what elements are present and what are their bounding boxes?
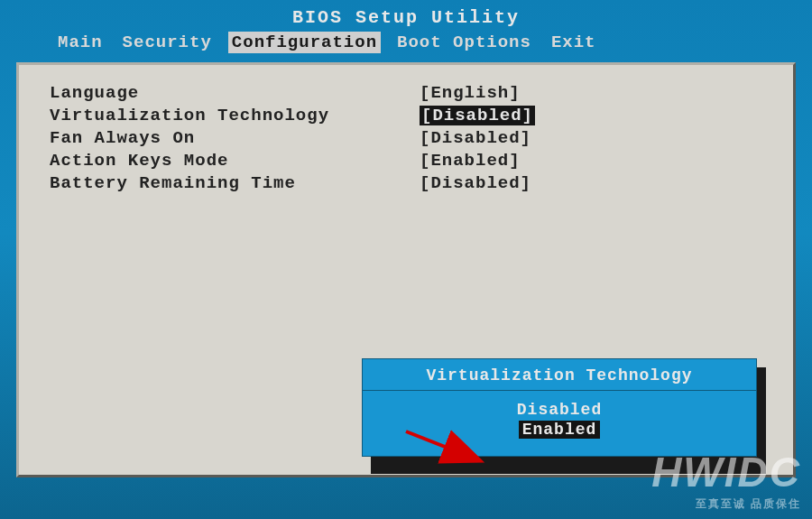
setting-row[interactable]: Fan Always On[Disabled] [50,126,762,149]
menu-tab-exit[interactable]: Exit [548,32,600,53]
watermark-brand: HWIDC [651,448,801,496]
menubar: MainSecurityConfigurationBoot OptionsExi… [0,32,812,62]
menu-tab-configuration[interactable]: Configuration [228,32,381,53]
setting-row[interactable]: Action Keys Mode[Enabled] [50,149,762,171]
setting-value: [English] [420,83,521,103]
setting-value: [Disabled] [420,106,535,125]
setting-value: [Disabled] [420,173,531,193]
watermark-tagline: 至真至诚 品质保住 [651,496,801,512]
setting-label: Language [50,83,420,103]
popup-title: Virtualization Technology [363,365,756,391]
svg-line-1 [406,431,475,459]
annotation-arrow-icon [402,428,488,468]
setting-label: Fan Always On [50,128,420,148]
setting-label: Action Keys Mode [50,151,420,171]
setting-value: [Disabled] [420,128,531,148]
settings-list: Language[English]Virtualization Technolo… [50,81,762,194]
setting-row[interactable]: Language[English] [50,81,762,104]
setting-label: Battery Remaining Time [50,173,420,193]
bios-title: BIOS Setup Utility [0,0,812,32]
setting-value: [Enabled] [420,151,521,171]
popup-option-disabled[interactable]: Disabled [513,401,605,419]
menu-tab-boot-options[interactable]: Boot Options [393,32,535,53]
menu-tab-security[interactable]: Security [119,32,216,53]
setting-row[interactable]: Battery Remaining Time[Disabled] [50,171,762,194]
setting-label: Virtualization Technology [50,106,420,125]
watermark: HWIDC 至真至诚 品质保住 [651,448,801,512]
config-panel: Language[English]Virtualization Technolo… [16,62,796,477]
menu-tab-main[interactable]: Main [54,32,106,53]
popup-option-enabled[interactable]: Enabled [519,421,601,439]
setting-row[interactable]: Virtualization Technology[Disabled] [50,104,762,126]
